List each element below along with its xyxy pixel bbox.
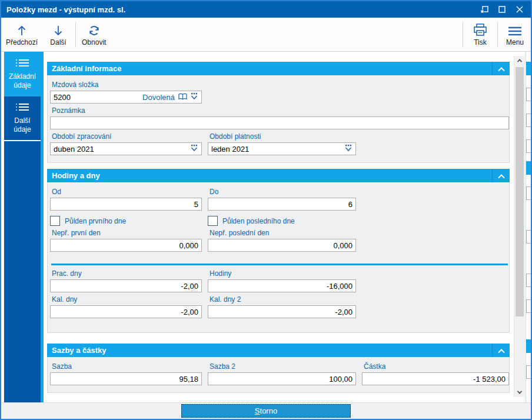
scrollbar-thumb[interactable] <box>516 67 524 316</box>
field-label: Prac. dny <box>52 269 202 278</box>
refresh-button[interactable]: Obnovit <box>77 18 111 51</box>
cal-days-2-input[interactable] <box>208 305 356 318</box>
field-label: Období zpracování <box>52 132 202 141</box>
wage-component-field[interactable]: 5200 Dovolená <box>50 91 202 104</box>
footer-bar: Storno <box>1 402 531 419</box>
print-button[interactable]: Tisk <box>464 18 496 51</box>
section-title: Hodiny a dny <box>47 171 492 180</box>
form-content: Základní informace Mzdová složka 5200 Do… <box>44 52 514 402</box>
storno-button[interactable]: Storno <box>181 404 351 418</box>
menu-button[interactable]: Menu <box>499 18 531 51</box>
note-input[interactable] <box>50 116 509 129</box>
chevron-up-icon <box>498 67 504 74</box>
dropdown-dots-icon[interactable] <box>190 93 198 102</box>
excl-first-day-input[interactable] <box>50 239 202 252</box>
next-label: Další <box>50 38 66 46</box>
section-header: Základní informace <box>47 62 510 75</box>
section-zakladni-informace: Základní informace Mzdová složka 5200 Do… <box>47 62 510 163</box>
toolbar-separator <box>75 22 76 47</box>
toolbar-separator <box>463 22 463 47</box>
section-body: Od Do Půlden prvního dne <box>47 182 510 333</box>
previous-button[interactable]: Předchozí <box>1 18 42 51</box>
chevron-up-icon <box>498 174 504 181</box>
refresh-label: Obnovit <box>82 38 106 46</box>
field-label: Částka <box>364 362 509 371</box>
halfday-first-checkbox-row[interactable]: Půlden prvního dne <box>50 216 202 226</box>
field-label: Nepř. první den <box>52 229 202 237</box>
toolbar-spacer <box>111 18 461 51</box>
sidebar-item-zakladni-udaje[interactable]: Základní údaje <box>4 52 41 96</box>
period-processing-value: duben 2021 <box>54 145 190 154</box>
checkbox-label: Půlden posledního dne <box>222 217 295 225</box>
rate-2-input[interactable] <box>208 372 356 385</box>
scroll-down-icon[interactable] <box>514 388 524 397</box>
sidebar-item-dalsi-udaje[interactable]: Další údaje <box>4 96 41 141</box>
cal-days-input[interactable] <box>50 305 202 318</box>
arrow-up-icon <box>16 24 27 36</box>
maximize-icon[interactable] <box>493 1 511 18</box>
rate-input[interactable] <box>50 372 202 385</box>
wage-component-value: 5200 <box>54 93 142 102</box>
section-body: Mzdová složka 5200 Dovolená <box>47 75 510 163</box>
amount-input[interactable] <box>362 372 509 385</box>
vertical-scrollbar[interactable] <box>514 56 524 397</box>
sidebar-item-label: Další údaje <box>14 116 31 134</box>
arrow-down-icon <box>53 24 64 36</box>
right-edge-sliver <box>524 52 531 402</box>
section-divider-line <box>51 264 508 265</box>
previous-label: Předchozí <box>6 38 38 46</box>
field-label: Sazba 2 <box>210 362 356 371</box>
scroll-up-icon[interactable] <box>514 56 524 65</box>
printer-icon <box>473 24 487 36</box>
field-label: Kal. dny 2 <box>210 295 356 304</box>
collapse-button[interactable] <box>492 169 510 182</box>
field-label: Nepř. poslední den <box>210 229 356 237</box>
hours-input[interactable] <box>208 279 356 292</box>
work-days-input[interactable] <box>50 279 202 292</box>
list-icon <box>16 102 29 114</box>
field-label: Od <box>52 188 202 196</box>
section-body: Sazba Sazba 2 Částka <box>47 357 510 393</box>
section-title: Sazby a částky <box>47 346 492 355</box>
field-label: Mzdová složka <box>52 81 202 89</box>
hamburger-menu-icon <box>508 24 522 36</box>
field-label: Do <box>210 188 356 196</box>
print-label: Tisk <box>474 38 487 46</box>
window-title: Položky mezd - výstupní mzd. sl. <box>1 5 476 14</box>
chevron-up-icon <box>498 349 504 355</box>
section-sazby-a-castky: Sazby a částky Sazba Sazba 2 <box>47 344 510 393</box>
next-button[interactable]: Další <box>42 18 74 51</box>
toolbar: Předchozí Další Obnovit <box>1 18 531 52</box>
field-label: Poznámka <box>52 106 509 115</box>
excl-last-day-input[interactable] <box>208 239 356 252</box>
period-processing-combo[interactable]: duben 2021 <box>50 142 202 155</box>
checkbox-label: Půlden prvního dne <box>65 217 126 225</box>
field-label: Kal. dny <box>52 295 202 304</box>
section-header: Hodiny a dny <box>47 169 510 182</box>
to-input[interactable] <box>208 198 356 211</box>
halfday-last-checkbox-row[interactable]: Půlden posledního dne <box>208 216 356 226</box>
close-icon[interactable] <box>511 1 528 18</box>
checkbox-unchecked[interactable] <box>50 216 60 226</box>
section-hodiny-a-dny: Hodiny a dny Od Do <box>47 169 510 333</box>
period-validity-combo[interactable]: leden 2021 <box>208 142 356 155</box>
dropdown-dots-icon[interactable] <box>190 145 198 154</box>
open-book-icon[interactable] <box>178 93 187 102</box>
toolbar-separator <box>497 22 498 47</box>
sidebar-item-label: Základní údaje <box>9 72 36 90</box>
storno-label: Storno <box>182 405 350 417</box>
field-label: Sazba <box>52 362 202 371</box>
checkbox-unchecked[interactable] <box>208 216 218 226</box>
list-icon <box>16 58 29 70</box>
from-input[interactable] <box>50 198 202 211</box>
dropdown-dots-icon[interactable] <box>344 145 353 154</box>
main-area: Základní údaje Další údaje Základní info… <box>1 52 531 402</box>
collapse-button[interactable] <box>492 62 510 75</box>
dialog-window: Položky mezd - výstupní mzd. sl. Předcho… <box>0 0 532 420</box>
period-validity-value: leden 2021 <box>211 145 344 154</box>
restore-icon[interactable] <box>476 1 493 18</box>
section-header: Sazby a částky <box>47 344 510 357</box>
collapse-button[interactable] <box>492 344 510 357</box>
sidebar: Základní údaje Další údaje <box>4 52 41 402</box>
field-label: Hodiny <box>210 269 356 278</box>
